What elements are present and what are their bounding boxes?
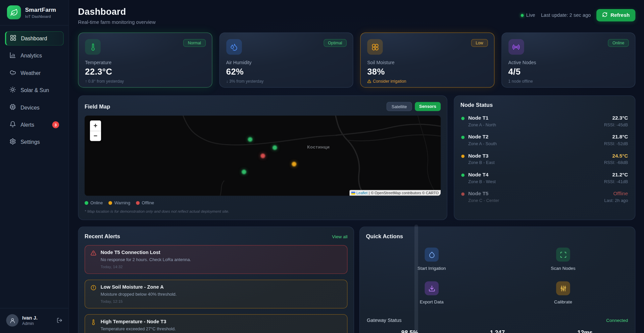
node-zone: Zone B - East (468, 160, 600, 165)
alerts-count-badge: 3 (52, 121, 59, 128)
brand: SmartFarm IoT Dashboard (0, 0, 68, 26)
recent-alerts-title: Recent Alerts (85, 233, 120, 239)
node-row[interactable]: Node T3Zone B - East 24.5°CRSSI: -68dB (460, 151, 629, 166)
node-zone: Zone B - West (468, 179, 600, 184)
node-value: 21.8°C (604, 134, 628, 140)
node-value: Offline (604, 191, 628, 197)
node-zone: Zone A - South (468, 141, 600, 146)
status-dot (461, 136, 464, 139)
stat-value: 62% (226, 67, 346, 76)
stat-card-temperature[interactable]: Normal Temperature 22.3°C ↑ 0.8° from ye… (78, 33, 212, 88)
node-rssi: RSSI: -68dB (604, 160, 628, 165)
node-row[interactable]: Node T4Zone B - West 21.2°CRSSI: -41dB (460, 170, 629, 185)
sidebar-item-solar-sun[interactable]: Solar & Sun (5, 83, 64, 97)
alert-card[interactable]: Low Soil Moisture - Zone A Moisture drop… (85, 280, 347, 308)
stat-value: 12ms (541, 329, 629, 333)
alert-description: Temperature exceeded 27°C threshold. (101, 326, 176, 331)
node-zone: Zone A - North (468, 122, 600, 127)
cpu-icon (9, 103, 16, 111)
stat-delta: ↓ 3% from yesterday (226, 79, 346, 83)
map-disclaimer: * Map location is for demonstration only… (85, 209, 441, 213)
gateway-status-label: Gateway Status (367, 318, 402, 323)
node-name: Node T5 (468, 191, 600, 197)
alert-title: High Temperature - Node T3 (101, 319, 176, 325)
stat-card-active-nodes[interactable]: Online Active Nodes 4/5 1 node offline (501, 33, 636, 88)
refresh-label: Refresh (610, 12, 630, 18)
scan-icon (556, 248, 570, 262)
sidebar-item-devices[interactable]: Devices (5, 100, 64, 115)
alert-card[interactable]: High Temperature - Node T3 Temperature e… (85, 314, 347, 333)
scan-nodes-button[interactable]: Scan Nodes (497, 248, 629, 271)
cloud-icon (9, 69, 16, 77)
node-last-seen: Last: 2h ago (604, 198, 628, 203)
stat-card-humidity[interactable]: Optimal Air Humidity 62% ↓ 3% from yeste… (219, 33, 353, 88)
ukraine-flag-icon (351, 192, 355, 195)
view-all-link[interactable]: View all (332, 234, 347, 239)
refresh-button[interactable]: Refresh (597, 9, 636, 22)
logout-icon[interactable] (57, 318, 62, 323)
alert-card[interactable]: Node T5 Connection Lost No response for … (85, 245, 347, 274)
sidebar-item-label: Analytics (20, 53, 42, 59)
status-dot (461, 193, 464, 196)
satellite-toggle-button[interactable]: Satellite (387, 102, 412, 111)
stat-card-soil-moisture[interactable]: Low Soil Moisture 38% Consider irrigatio… (360, 33, 494, 88)
zoom-out-button[interactable]: − (90, 131, 101, 141)
node-zone: Zone C - Center (468, 198, 600, 203)
calibrate-button[interactable]: Calibrate (497, 281, 629, 304)
stat-delta: Consider irrigation (367, 79, 487, 83)
download-icon (425, 281, 439, 295)
user-profile[interactable]: Ivan J. Admin (0, 308, 68, 333)
field-map[interactable]: + − Костинци Leaflet | © OpenStreetMap c… (85, 116, 441, 196)
live-indicator: Live (521, 12, 535, 18)
export-data-button[interactable]: Export Data (366, 281, 497, 304)
topbar: Dashboard Real-time farm monitoring over… (78, 7, 636, 25)
alert-timestamp: Today, 14:32 (101, 264, 191, 269)
map-marker-node[interactable] (241, 169, 246, 175)
action-label: Start Irrigation (417, 266, 446, 271)
quick-actions-panel: Quick Actions Start Irrigation Scan Node… (359, 226, 635, 333)
stat-label: Air Humidity (226, 60, 346, 65)
live-dot (521, 14, 524, 17)
status-dot (461, 173, 464, 177)
leaflet-link[interactable]: Leaflet (356, 191, 367, 195)
node-value: 24.5°C (604, 153, 628, 159)
zoom-in-button[interactable]: + (90, 121, 101, 131)
sidebar-item-analytics[interactable]: Analytics (5, 48, 64, 63)
action-label: Calibrate (554, 299, 572, 304)
scrollbar[interactable] (414, 224, 418, 333)
sidebar-item-settings[interactable]: Settings (5, 135, 64, 149)
stat-cards: Normal Temperature 22.3°C ↑ 0.8° from ye… (78, 33, 636, 88)
sidebar-item-label: Weather (20, 70, 41, 76)
droplets-icon (226, 39, 242, 55)
map-marker-node[interactable] (260, 153, 265, 159)
warning-icon (367, 79, 371, 83)
app-tagline: IoT Dashboard (25, 14, 56, 18)
map-marker-node[interactable] (272, 145, 278, 151)
attribution-text: © OpenStreetMap contributors © CARTO (371, 191, 439, 195)
legend-label: Online (90, 200, 103, 205)
map-marker-node[interactable] (291, 162, 297, 167)
sidebar-item-label: Dashboard (21, 35, 47, 41)
alert-title: Node T5 Connection Lost (101, 250, 191, 255)
attribution-separator: | (369, 191, 370, 195)
sidebar: SmartFarm IoT Dashboard Dashboard Analyt… (0, 0, 69, 333)
node-row[interactable]: Node T2Zone A - South 21.8°CRSSI: -52dB (460, 132, 629, 148)
stat-value: 4/5 (508, 67, 629, 76)
action-label: Export Data (420, 299, 444, 304)
sensors-toggle-button[interactable]: Sensors (415, 102, 441, 111)
sidebar-item-label: Alerts (20, 122, 34, 128)
stat-delta: 1 node offline (508, 79, 629, 83)
gateway-stat-packets: 1,247 Packets/hr (454, 329, 541, 333)
map-marker-node[interactable] (248, 136, 253, 142)
offline-dot (136, 201, 140, 205)
sidebar-item-dashboard[interactable]: Dashboard (5, 31, 64, 46)
node-row[interactable]: Node T1Zone A - North 22.3°CRSSI: -45dB (460, 114, 629, 129)
node-rssi: RSSI: -45dB (604, 122, 628, 127)
sidebar-item-alerts[interactable]: Alerts 3 (5, 118, 64, 132)
node-row[interactable]: Node T5Zone C - Center OfflineLast: 2h a… (460, 189, 629, 204)
start-irrigation-button[interactable]: Start Irrigation (366, 248, 497, 271)
status-badge: Low (471, 39, 488, 47)
user-name: Ivan J. (22, 315, 38, 321)
sidebar-item-weather[interactable]: Weather (5, 66, 64, 80)
stat-value: 22.3°C (85, 67, 205, 76)
